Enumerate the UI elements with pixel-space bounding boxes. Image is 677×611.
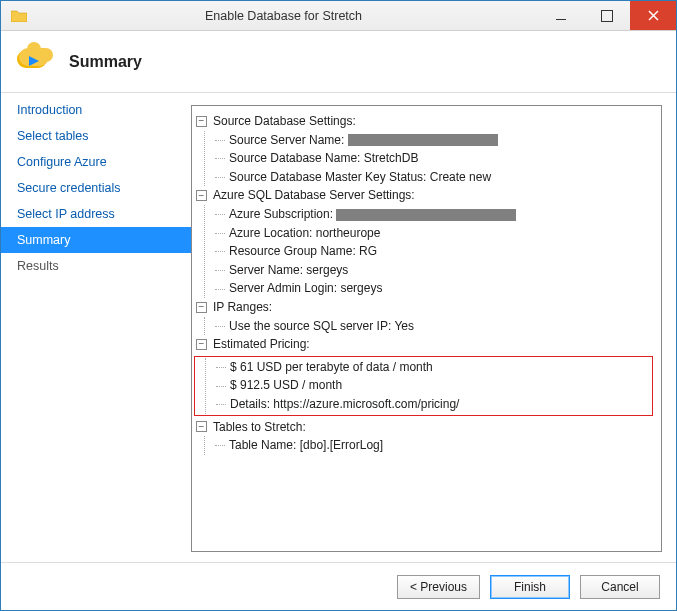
nav-item-summary[interactable]: Summary bbox=[1, 227, 191, 253]
tree-label: IP Ranges: bbox=[213, 298, 272, 317]
redacted-value bbox=[336, 209, 516, 221]
tree-group-source-db: − Source Database Settings: Source Serve… bbox=[196, 112, 653, 186]
tree-group-tables: − Tables to Stretch: Table Name: [dbo].[… bbox=[196, 418, 653, 455]
cancel-button[interactable]: Cancel bbox=[580, 575, 660, 599]
collapse-icon[interactable]: − bbox=[196, 190, 207, 201]
tree-group-ip: − IP Ranges: Use the source SQL server I… bbox=[196, 298, 653, 335]
tree-label: Source Database Settings: bbox=[213, 112, 356, 131]
tree-label: Tables to Stretch: bbox=[213, 418, 306, 437]
tree-leaf-azure-location: Azure Location: northeurope bbox=[215, 224, 653, 243]
tree-label: Estimated Pricing: bbox=[213, 335, 310, 354]
collapse-icon[interactable]: − bbox=[196, 339, 207, 350]
nav-item-introduction[interactable]: Introduction bbox=[1, 97, 191, 123]
window-controls bbox=[538, 1, 676, 30]
nav-item-select-tables[interactable]: Select tables bbox=[1, 123, 191, 149]
tree-leaf-source-server: Source Server Name: bbox=[215, 131, 653, 150]
tree-leaf-admin-login: Server Admin Login: sergeys bbox=[215, 279, 653, 298]
tree-leaf-price-details: Details: https://azure.microsoft.com/pri… bbox=[216, 395, 650, 414]
window-title: Enable Database for Stretch bbox=[29, 9, 538, 23]
nav-item-secure-credentials[interactable]: Secure credentials bbox=[1, 175, 191, 201]
nav-item-select-ip[interactable]: Select IP address bbox=[1, 201, 191, 227]
wizard-footer: < Previous Finish Cancel bbox=[1, 562, 676, 610]
page-title: Summary bbox=[69, 53, 142, 71]
collapse-icon[interactable]: − bbox=[196, 421, 207, 432]
summary-content: − Source Database Settings: Source Serve… bbox=[191, 93, 676, 562]
previous-button[interactable]: < Previous bbox=[397, 575, 480, 599]
tree-leaf-master-key: Source Database Master Key Status: Creat… bbox=[215, 168, 653, 187]
tree-leaf-azure-subscription: Azure Subscription: bbox=[215, 205, 653, 224]
collapse-icon[interactable]: − bbox=[196, 116, 207, 127]
collapse-icon[interactable]: − bbox=[196, 302, 207, 313]
wizard-header: Summary bbox=[1, 31, 676, 93]
window-folder-icon bbox=[9, 8, 29, 24]
close-button[interactable] bbox=[630, 1, 676, 30]
tree-group-pricing: − Estimated Pricing: $ 61 USD per teraby… bbox=[196, 335, 653, 415]
wizard-body: Introduction Select tables Configure Azu… bbox=[1, 93, 676, 562]
maximize-button[interactable] bbox=[584, 1, 630, 30]
tree-leaf-source-db-name: Source Database Name: StretchDB bbox=[215, 149, 653, 168]
finish-button[interactable]: Finish bbox=[490, 575, 570, 599]
redacted-value bbox=[348, 134, 498, 146]
nav-item-configure-azure[interactable]: Configure Azure bbox=[1, 149, 191, 175]
tree-leaf-price-per-tb: $ 61 USD per terabyte of data / month bbox=[216, 358, 650, 377]
tree-label: Azure SQL Database Server Settings: bbox=[213, 186, 415, 205]
stretch-cloud-icon bbox=[19, 44, 55, 80]
tree-leaf-use-source-ip: Use the source SQL server IP: Yes bbox=[215, 317, 653, 336]
tree-leaf-table-name: Table Name: [dbo].[ErrorLog] bbox=[215, 436, 653, 455]
minimize-button[interactable] bbox=[538, 1, 584, 30]
tree-leaf-price-per-month: $ 912.5 USD / month bbox=[216, 376, 650, 395]
nav-item-results: Results bbox=[1, 253, 191, 279]
title-bar: Enable Database for Stretch bbox=[1, 1, 676, 31]
pricing-highlight-box: $ 61 USD per terabyte of data / month $ … bbox=[194, 356, 653, 416]
summary-tree[interactable]: − Source Database Settings: Source Serve… bbox=[191, 105, 662, 552]
tree-leaf-resource-group: Resource Group Name: RG bbox=[215, 242, 653, 261]
nav-sidebar: Introduction Select tables Configure Azu… bbox=[1, 93, 191, 562]
tree-leaf-server-name: Server Name: sergeys bbox=[215, 261, 653, 280]
tree-group-azure: − Azure SQL Database Server Settings: Az… bbox=[196, 186, 653, 298]
